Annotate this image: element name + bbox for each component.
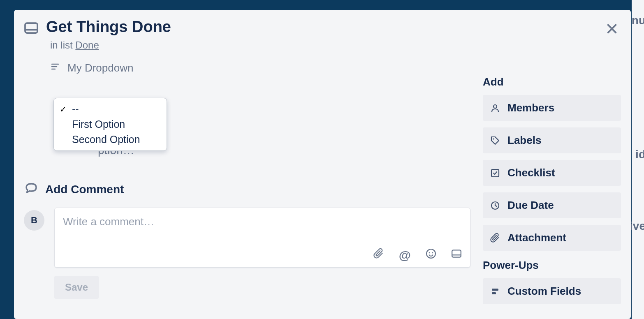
svg-rect-0 xyxy=(25,23,37,33)
check-icon: ✓ xyxy=(60,104,67,114)
mention-icon[interactable]: @ xyxy=(399,248,411,262)
card-link-icon[interactable] xyxy=(451,248,462,262)
comment-tools: @ xyxy=(63,248,462,262)
dropdown-option-label: -- xyxy=(72,103,79,115)
list-link[interactable]: Done xyxy=(75,39,99,51)
card-icon xyxy=(24,21,39,37)
labels-button[interactable]: Labels xyxy=(483,127,621,153)
comment-input[interactable] xyxy=(63,215,462,236)
dropdown-popover: ✓ -- First Option Second Option xyxy=(53,98,167,151)
add-section-title: Add xyxy=(483,76,621,88)
close-button[interactable] xyxy=(603,20,621,38)
comment-section-header: Add Comment xyxy=(24,181,470,198)
close-icon xyxy=(605,22,619,35)
custom-fields-button[interactable]: Custom Fields xyxy=(483,278,621,304)
powerups-section-title: Power-Ups xyxy=(483,259,621,272)
svg-point-5 xyxy=(426,249,436,258)
emoji-icon[interactable] xyxy=(426,248,436,262)
attachment-icon xyxy=(490,233,500,243)
svg-point-7 xyxy=(432,252,433,253)
side-btn-label: Labels xyxy=(507,134,541,147)
checklist-button[interactable]: Checklist xyxy=(483,160,621,186)
dropdown-option[interactable]: First Option xyxy=(54,117,167,132)
members-icon xyxy=(490,103,500,113)
svg-rect-15 xyxy=(492,292,496,294)
dropdown-option-label: Second Option xyxy=(72,134,140,146)
background-partial: nu id ive xyxy=(632,0,644,319)
main-column: Get Things Done in list Done My Dropdown… xyxy=(24,18,483,311)
side-btn-label: Attachment xyxy=(507,231,566,244)
dropdown-option[interactable]: ✓ -- xyxy=(54,102,167,117)
svg-rect-8 xyxy=(452,250,461,257)
attachment-button[interactable]: Attachment xyxy=(483,225,621,251)
avatar[interactable]: B xyxy=(24,210,44,231)
dropdown-field-icon xyxy=(50,62,60,74)
svg-rect-14 xyxy=(492,289,498,291)
card-header: Get Things Done xyxy=(24,18,470,37)
members-button[interactable]: Members xyxy=(483,95,621,121)
save-button[interactable]: Save xyxy=(54,276,99,299)
card-list-info: in list Done xyxy=(50,39,470,51)
side-btn-label: Custom Fields xyxy=(507,285,581,298)
card-title[interactable]: Get Things Done xyxy=(46,18,171,36)
comment-box: @ xyxy=(54,208,470,268)
dropdown-option-label: First Option xyxy=(72,118,125,130)
side-btn-label: Checklist xyxy=(507,166,555,179)
card-modal: Get Things Done in list Done My Dropdown… xyxy=(14,10,631,319)
due-date-icon xyxy=(490,201,500,210)
svg-point-6 xyxy=(429,252,430,253)
sidebar: Add Members Labels Checklist Due Date At… xyxy=(483,18,621,311)
comment-row: B @ xyxy=(24,208,470,268)
checklist-icon xyxy=(490,168,500,178)
in-list-prefix: in list xyxy=(50,39,75,51)
comment-section-title: Add Comment xyxy=(45,183,124,196)
comment-icon xyxy=(24,181,39,198)
side-btn-label: Due Date xyxy=(507,199,554,212)
labels-icon xyxy=(490,136,500,146)
side-btn-label: Members xyxy=(507,102,554,114)
custom-field-row: My Dropdown xyxy=(50,62,470,74)
due-date-button[interactable]: Due Date xyxy=(483,192,621,218)
custom-fields-icon xyxy=(490,287,500,296)
dropdown-option[interactable]: Second Option xyxy=(54,132,167,147)
svg-point-11 xyxy=(493,138,494,139)
svg-point-10 xyxy=(493,105,497,108)
custom-field-label: My Dropdown xyxy=(67,62,133,74)
svg-rect-12 xyxy=(491,169,499,177)
attachment-icon[interactable] xyxy=(373,248,384,262)
